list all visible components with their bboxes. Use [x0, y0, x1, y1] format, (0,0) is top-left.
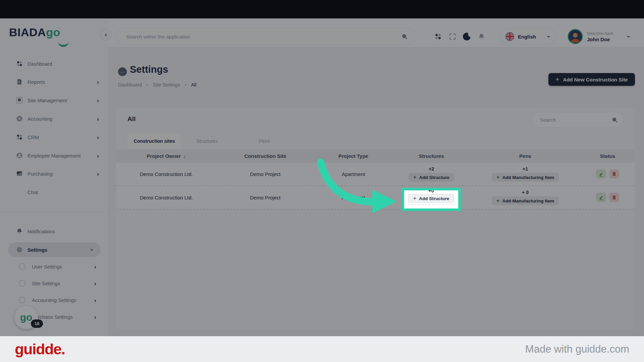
sidebar-item-settings[interactable]: Settings ›	[8, 242, 101, 257]
sidebar-item-notifications[interactable]: Notifications	[0, 224, 108, 239]
card-heading: All	[127, 115, 136, 123]
radio-circle-icon	[19, 280, 25, 287]
sidebar-item-reports[interactable]: Reports ›	[0, 74, 108, 89]
sidebar-item-purchasing[interactable]: Purchasing ›	[0, 166, 108, 181]
sidebar-divider	[0, 212, 108, 212]
sidebar-item-employee-management[interactable]: Employee Management ›	[0, 148, 108, 163]
fullscreen-icon[interactable]	[448, 32, 457, 41]
column-header-construction-site[interactable]: Construction Site	[217, 153, 314, 159]
sidebar-item-chat[interactable]: Chat	[0, 185, 108, 199]
column-header-structures[interactable]: Structures	[393, 153, 470, 159]
global-search-input[interactable]	[125, 34, 401, 40]
sidebar-item-label: Site Management	[28, 98, 97, 103]
add-structure-button-highlighted[interactable]: + Add Structure	[408, 194, 454, 203]
cell-project-owner: Demo Construction Ltd.	[116, 195, 217, 200]
chevron-right-icon: ›	[94, 263, 96, 270]
cell-text: Apartment	[342, 171, 365, 177]
guidde-step-badge: 18	[31, 319, 43, 328]
structures-count: +2	[429, 166, 434, 172]
dot-separator-icon: •	[147, 82, 148, 87]
table-row: Demo Construction Ltd. Demo Project Apar…	[116, 163, 635, 186]
add-new-construction-site-button[interactable]: + Add New Construction Site	[548, 73, 635, 86]
sidebar-item-accounting[interactable]: $ Accounting ›	[0, 111, 108, 126]
tab-structures[interactable]: Structures	[181, 133, 233, 149]
back-arrow-icon: ←	[120, 69, 125, 74]
chevron-down-icon: ›	[626, 36, 632, 38]
add-manufacturing-item-button[interactable]: + Add Manufacturing Item	[492, 173, 559, 182]
gear-icon	[16, 246, 23, 253]
trash-icon	[612, 172, 616, 176]
delete-button[interactable]	[609, 169, 619, 179]
column-label: Project Type	[338, 153, 368, 159]
table-search-input[interactable]	[539, 117, 611, 123]
search-icon[interactable]	[611, 117, 618, 123]
cell-status	[581, 169, 635, 179]
delete-button[interactable]	[609, 193, 619, 202]
chevron-right-icon: ›	[97, 79, 99, 85]
cell-status	[581, 193, 635, 202]
plus-icon: +	[496, 174, 499, 180]
chevron-right-icon: ›	[94, 280, 96, 287]
sidebar-subitem-accounting-settings[interactable]: Accounting Settings ›	[0, 293, 108, 307]
sidebar-item-crm[interactable]: CRM ›	[0, 130, 108, 144]
sort-desc-icon: ↓	[183, 153, 186, 159]
column-header-status[interactable]: Status	[581, 153, 635, 159]
guidde-widget-label: go	[20, 312, 33, 323]
app-logo[interactable]: BIADAgo	[9, 26, 60, 39]
cell-text: Demo Construction Ltd.	[140, 171, 193, 177]
made-with-text: Made with guidde.com	[525, 343, 629, 355]
search-icon[interactable]	[401, 33, 408, 40]
button-label: Add Manufacturing Item	[502, 198, 554, 203]
sidebar-item-label: Chat	[28, 189, 108, 195]
column-label: Pens	[519, 153, 531, 159]
cell-construction-site: Demo Project	[217, 171, 314, 177]
breadcrumb-site-settings[interactable]: Site Settings	[153, 82, 180, 87]
column-header-pens[interactable]: Pens	[470, 153, 581, 159]
avatar	[568, 29, 583, 44]
column-header-project-type[interactable]: Project Type	[314, 153, 393, 159]
apps-grid-icon[interactable]	[433, 32, 443, 41]
tab-pens[interactable]: Pens	[233, 133, 296, 149]
sidebar-subitem-user-settings[interactable]: User Settings ›	[0, 259, 108, 274]
edit-button[interactable]	[596, 193, 606, 202]
edit-button[interactable]	[596, 169, 606, 179]
sidebar-subitem-site-settings[interactable]: Site Settings ›	[0, 276, 108, 291]
chevron-right-icon: ›	[94, 297, 96, 303]
sidebar-item-label: Accounting	[28, 116, 97, 122]
sidebar-item-site-management[interactable]: Site Management ›	[0, 93, 108, 108]
add-manufacturing-item-button[interactable]: + Add Manufacturing Item	[492, 196, 559, 205]
sidebar-item-dashboard[interactable]: Dashboard	[0, 56, 108, 71]
add-structure-button[interactable]: + Add Structure	[409, 173, 454, 182]
notifications-bell-icon[interactable]	[477, 32, 486, 41]
chevron-down-icon: ›	[89, 249, 95, 251]
document-icon	[16, 78, 23, 85]
chevron-left-icon: ‹	[105, 31, 107, 38]
user-menu[interactable]: Welcome back John Doe ›	[568, 29, 630, 44]
sidebar-collapse-button[interactable]: ‹	[100, 29, 112, 40]
plus-icon: +	[413, 195, 416, 201]
back-button[interactable]: ←	[118, 67, 127, 76]
breadcrumb-dashboard[interactable]: Dashboard	[118, 82, 142, 87]
svg-text:$: $	[18, 117, 20, 121]
sidebar-item-label: Employee Management	[28, 153, 97, 159]
dashed-row-separator	[408, 204, 454, 205]
bell-icon	[16, 228, 23, 235]
tab-construction-sites[interactable]: Construction sites	[127, 133, 181, 149]
radio-circle-icon	[19, 263, 25, 270]
table-row: Demo Construction Ltd. Demo Project Apar…	[116, 186, 635, 209]
sidebar-item-label: Dashboard	[28, 61, 108, 67]
language-selector[interactable]: English ›	[500, 29, 556, 44]
chevron-right-icon: ›	[97, 171, 99, 177]
column-label: Structures	[419, 153, 444, 159]
pencil-icon	[599, 172, 604, 177]
button-label: Add Manufacturing Item	[502, 175, 554, 180]
chevron-right-icon: ›	[97, 134, 99, 140]
radio-circle-icon	[19, 297, 25, 303]
column-header-project-owner[interactable]: Project Owner ↓	[116, 153, 217, 159]
cell-text: Apartment	[342, 195, 365, 200]
cell-structures: +2 + Add Structure	[393, 166, 470, 182]
chevron-right-icon: ›	[97, 97, 99, 104]
dark-mode-moon-icon[interactable]	[462, 32, 472, 41]
user-text: Welcome back John Doe	[587, 31, 625, 42]
pens-count: +1	[523, 166, 528, 172]
